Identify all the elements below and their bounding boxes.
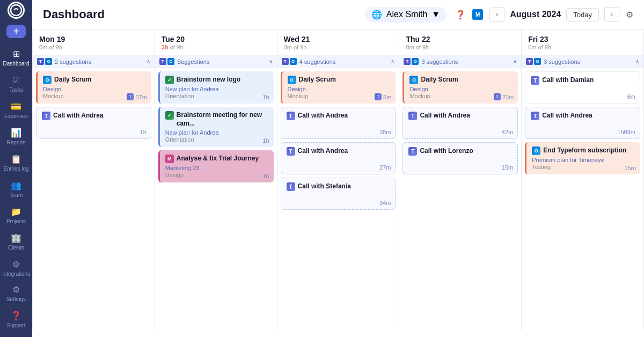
day-col-fri23: Fri 23 0m of 9h T O 3 suggestions ∧ T Ca… xyxy=(522,30,644,330)
teams-icon: T xyxy=(287,147,295,156)
help-icon[interactable]: ❓ xyxy=(455,10,466,20)
event-card[interactable]: T Call with Stefania 34m xyxy=(281,178,396,210)
event-title: Brainstorm meeting for new cam... xyxy=(177,111,268,128)
event-teams-icon: T xyxy=(127,93,134,100)
event-card[interactable]: T Call with Andrea 42m xyxy=(402,107,518,139)
event-title: Analyse & fix Trial Journey xyxy=(177,155,259,163)
add-button[interactable]: + xyxy=(6,25,26,38)
day-header: Tue 20 3h of 9h xyxy=(155,30,277,55)
day-name: Mon 19 xyxy=(39,35,148,43)
suggestion-bar[interactable]: T O 3 suggestions ∧ xyxy=(522,55,643,68)
event-duration: 37m xyxy=(135,94,147,100)
event-time: T 37m xyxy=(127,93,147,100)
ms-icon: M xyxy=(165,155,174,163)
prev-month-button[interactable]: ‹ xyxy=(489,7,504,22)
event-duration: 27m xyxy=(379,164,391,171)
outlook-icon: O xyxy=(532,146,540,155)
entries-log-icon: 📋 xyxy=(11,154,21,164)
event-subtitle: Marketing 23 xyxy=(165,165,268,171)
tasks-icon: ☑ xyxy=(12,75,20,85)
sidebar-item-team[interactable]: 👥 Team xyxy=(0,176,32,201)
event-time: 34m xyxy=(379,200,391,206)
day-header: Thu 22 0m of 9h xyxy=(399,30,521,55)
sidebar-item-label: Tasks xyxy=(9,87,23,93)
event-header: T Call with Andrea xyxy=(42,112,145,120)
event-subtitle: Design xyxy=(409,86,513,92)
sidebar-item-projects[interactable]: 📁 Projects xyxy=(0,202,32,228)
event-card[interactable]: O Daily Scrum DesignMockup T 23m xyxy=(402,71,518,104)
event-title: End Typeform subscription xyxy=(543,146,626,155)
event-time: 1h xyxy=(262,173,269,179)
outlook-sugg-icon: O xyxy=(45,58,52,65)
event-title: Call with Andrea xyxy=(53,112,104,120)
projects-icon: 📁 xyxy=(11,207,21,217)
event-header: T Call with Andrea xyxy=(287,112,390,120)
suggestion-icons: T O xyxy=(404,58,419,65)
today-button[interactable]: Today xyxy=(566,8,599,21)
suggestion-bar[interactable]: T O 3 suggestions ∧ xyxy=(399,55,521,68)
sidebar-item-label: Entries log xyxy=(3,166,28,172)
sidebar-item-clients[interactable]: 🏢 Clients xyxy=(0,229,32,254)
suggestion-bar[interactable]: T O Suggestions ∨ xyxy=(155,55,277,68)
settings-icon[interactable]: ⚙ xyxy=(626,10,633,20)
event-card[interactable]: O Daily Scrum DesignMockup T 5m xyxy=(281,71,396,104)
event-card[interactable]: O End Typeform subscription Premium plan… xyxy=(525,142,640,174)
event-title: Call with Andrea xyxy=(298,112,348,120)
event-header: O Daily Scrum xyxy=(288,76,391,84)
event-card[interactable]: ✓ Brainstorm new logo New plan for Andre… xyxy=(158,71,274,104)
chevron-icon: ∧ xyxy=(147,58,150,64)
suggestion-icons: T O xyxy=(159,58,174,65)
microsoft-icon[interactable]: M xyxy=(472,9,483,20)
sidebar-item-entries-log[interactable]: 📋 Entries log xyxy=(0,150,32,175)
event-card[interactable]: O Daily Scrum DesignMockup T 37m xyxy=(36,71,151,104)
event-card[interactable]: T Call with Lorenzo 15m xyxy=(402,142,518,174)
event-header: M Analyse & fix Trial Journey xyxy=(165,155,268,163)
next-month-button[interactable]: › xyxy=(604,7,619,22)
event-sub2: Orientation xyxy=(165,136,268,143)
sidebar-item-integrations[interactable]: ⚙ Integrations xyxy=(0,255,32,280)
event-subtitle: New plan for Andrea xyxy=(165,86,268,92)
suggestion-bar[interactable]: T O 2 suggestions ∧ xyxy=(33,55,155,68)
teams-sugg-icon: T xyxy=(159,58,166,65)
event-card[interactable]: T Call with Andrea 38m xyxy=(281,107,396,139)
event-teams-icon: T xyxy=(375,93,382,100)
event-time: 42m xyxy=(502,129,513,135)
event-card[interactable]: T Call with Andrea 1h xyxy=(36,107,151,139)
sidebar-item-dashboard[interactable]: ⊞ Dashboard xyxy=(0,45,32,70)
event-card[interactable]: T Call with Andrea 27m xyxy=(281,142,396,174)
sidebar-item-settings[interactable]: ⚙ Settings xyxy=(4,280,28,305)
event-header: T Call with Andrea xyxy=(287,147,390,156)
user-selector[interactable]: 🌐 Alex Smith ▼ xyxy=(365,7,447,23)
day-header: Fri 23 0m of 9h xyxy=(522,30,643,55)
sidebar-item-support[interactable]: ❓ Support xyxy=(4,306,28,332)
event-header: O Daily Scrum xyxy=(409,76,513,84)
check-icon: ✓ xyxy=(165,111,174,120)
sidebar-item-label: Team xyxy=(10,192,23,198)
teams-icon: T xyxy=(287,112,295,120)
event-card[interactable]: T Call with Damian 6m xyxy=(525,71,640,104)
event-time: 1h09m xyxy=(617,129,635,135)
sidebar-item-reports[interactable]: 📊 Reports xyxy=(0,123,32,149)
sidebar-item-label: Expenses xyxy=(4,113,28,119)
event-time: 1h xyxy=(140,129,147,135)
suggestion-bar[interactable]: T O 4 suggestions ∧ xyxy=(277,55,399,68)
sidebar-item-tasks[interactable]: ☑ Tasks xyxy=(0,71,32,96)
event-time: 1h xyxy=(262,94,269,100)
event-title: Call with Stefania xyxy=(298,182,351,191)
event-title: Call with Andrea xyxy=(298,147,348,156)
chevron-icon: ∧ xyxy=(513,58,517,64)
teams-icon: T xyxy=(42,112,50,120)
sidebar-item-label: Support xyxy=(6,323,25,328)
event-duration: 42m xyxy=(502,129,513,135)
event-duration: 34m xyxy=(379,200,391,206)
support-icon: ❓ xyxy=(11,311,21,321)
event-card[interactable]: T Call with Andrea 1h09m xyxy=(525,107,640,139)
sidebar-item-expenses[interactable]: 💳 Expenses xyxy=(0,97,32,122)
event-subtitle: Premium plan for Timeneye xyxy=(532,157,635,163)
event-card[interactable]: ✓ Brainstorm meeting for new cam... New … xyxy=(158,107,274,147)
event-card[interactable]: M Analyse & fix Trial Journey Marketing … xyxy=(158,150,274,182)
chevron-down-icon: ▼ xyxy=(431,10,440,19)
event-time: 15m xyxy=(502,164,513,171)
event-title: Call with Lorenzo xyxy=(420,147,473,156)
clients-icon: 🏢 xyxy=(11,233,21,243)
